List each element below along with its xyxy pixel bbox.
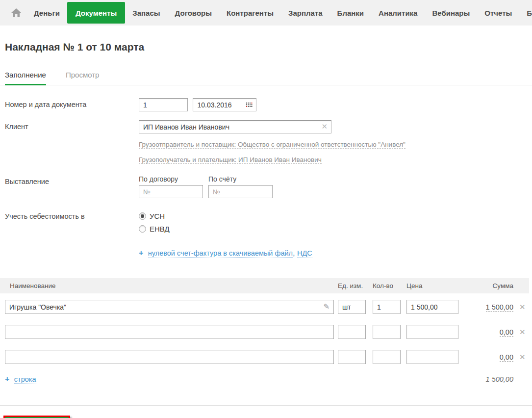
document-tabs: Заполнение Просмотр <box>0 68 532 85</box>
clear-client-icon[interactable]: ✕ <box>321 122 328 131</box>
delete-row-icon[interactable]: ✕ <box>513 328 526 336</box>
nav-item-reports[interactable]: Отчеты <box>477 0 519 26</box>
links-separator: , <box>293 249 295 257</box>
number-date-label: Номер и дата документа <box>0 98 139 111</box>
header-qty: Кол-во <box>373 282 401 289</box>
radio-option-envd[interactable]: ЕНВД <box>139 225 170 233</box>
by-contract-label: По договору <box>139 175 203 183</box>
item-unit-input[interactable] <box>338 300 366 314</box>
table-row: 0,00 ✕ <box>0 325 532 339</box>
nav-item-bureau[interactable]: Бюро <box>519 0 532 26</box>
row-client: Клиент ✕ Грузоотправитель и поставщик: О… <box>0 120 532 170</box>
header-price: Цена <box>406 282 458 289</box>
item-qty-input[interactable] <box>373 350 401 364</box>
by-invoice-input[interactable] <box>208 185 273 198</box>
nav-item-analytics[interactable]: Аналитика <box>371 0 425 26</box>
footer-divider <box>0 405 532 406</box>
shipper-supplier-link[interactable]: Грузоотправитель и поставщик: Общество с… <box>139 141 405 149</box>
envd-radio[interactable] <box>139 225 146 233</box>
item-qty-input[interactable] <box>373 325 401 339</box>
nav-item-salary[interactable]: Зарплата <box>281 0 330 26</box>
usn-radio[interactable] <box>139 212 146 220</box>
zero-invoice-link[interactable]: нулевой счет-фактура в скачиваемый файл <box>148 249 293 258</box>
item-name-input[interactable] <box>5 300 334 314</box>
item-price-input[interactable] <box>406 350 458 364</box>
plus-icon: + <box>139 249 143 257</box>
top-navigation: Деньги Документы Запасы Договоры Контраг… <box>0 0 532 26</box>
tab-preview[interactable]: Просмотр <box>66 68 100 85</box>
document-number-input[interactable] <box>139 98 188 111</box>
items-table-header: Наименование Ед. изм. Кол-во Цена Сумма <box>0 278 529 293</box>
invoice-form: Номер и дата документа <box>0 98 532 258</box>
nav-item-stock[interactable]: Запасы <box>125 0 167 26</box>
row-number-date: Номер и дата документа <box>0 98 532 111</box>
nav-item-money[interactable]: Деньги <box>26 0 67 26</box>
client-label: Клиент <box>0 120 139 170</box>
edit-pencil-icon[interactable]: ✎ <box>323 302 329 311</box>
item-sum-value[interactable]: 0,00 <box>500 353 513 362</box>
envd-radio-label: ЕНВД <box>150 225 170 233</box>
vat-link[interactable]: НДС <box>297 249 312 258</box>
table-row: ✎ 1 500,00 ✕ <box>0 300 532 314</box>
row-issuing: Выставление По договору По счёту <box>0 175 532 198</box>
nav-item-counterparties[interactable]: Контрагенты <box>219 0 281 26</box>
home-icon <box>11 8 22 18</box>
issuing-label: Выставление <box>0 175 139 198</box>
save-button-highlight: Сохранить <box>3 416 70 418</box>
nav-item-forms[interactable]: Бланки <box>330 0 371 26</box>
delete-row-icon[interactable]: ✕ <box>513 303 526 311</box>
item-name-input[interactable] <box>5 325 334 339</box>
home-button[interactable] <box>9 0 26 26</box>
table-footer: + строка 1 500,00 <box>5 375 529 384</box>
tab-fill[interactable]: Заполнение <box>5 68 46 85</box>
delete-row-icon[interactable]: ✕ <box>513 353 526 361</box>
nav-item-webinars[interactable]: Вебинары <box>425 0 477 26</box>
header-sum: Сумма <box>458 282 513 289</box>
plus-icon: + <box>5 375 9 383</box>
item-sum-value[interactable]: 0,00 <box>500 328 513 337</box>
calendar-icon[interactable] <box>246 102 253 110</box>
item-unit-input[interactable] <box>338 325 366 339</box>
item-sum-value[interactable]: 1 500,00 <box>486 303 513 312</box>
header-name: Наименование <box>0 282 334 289</box>
row-extra-links: + нулевой счет-фактура в скачиваемый фай… <box>0 249 532 258</box>
nav-item-documents[interactable]: Документы <box>67 2 125 24</box>
consignee-payer-link[interactable]: Грузополучатель и плательщик: ИП Иванов … <box>139 156 322 164</box>
table-row: 0,00 ✕ <box>0 350 532 364</box>
footer-actions: Сохранить Сохранить и закрыть Отмена <box>3 416 532 418</box>
row-cost-accounting: Учесть себестоимость в УСН ЕНВД <box>0 210 532 233</box>
by-contract-input[interactable] <box>139 185 203 198</box>
total-sum: 1 500,00 <box>458 375 513 383</box>
client-input[interactable] <box>139 120 331 133</box>
nav-item-contracts[interactable]: Договоры <box>168 0 219 26</box>
item-qty-input[interactable] <box>373 300 401 314</box>
item-price-input[interactable] <box>406 325 458 339</box>
item-name-input[interactable] <box>5 350 334 364</box>
header-unit: Ед. изм. <box>338 282 366 289</box>
item-unit-input[interactable] <box>338 350 366 364</box>
add-row-link[interactable]: строка <box>14 375 36 384</box>
by-invoice-label: По счёту <box>208 175 273 183</box>
usn-radio-label: УСН <box>150 212 165 220</box>
radio-option-usn[interactable]: УСН <box>139 212 170 220</box>
page-title: Накладная № 1 от 10 марта <box>5 41 532 53</box>
item-price-input[interactable] <box>406 300 458 314</box>
items-table: Наименование Ед. изм. Кол-во Цена Сумма … <box>0 278 532 384</box>
cost-accounting-label: Учесть себестоимость в <box>0 210 139 233</box>
